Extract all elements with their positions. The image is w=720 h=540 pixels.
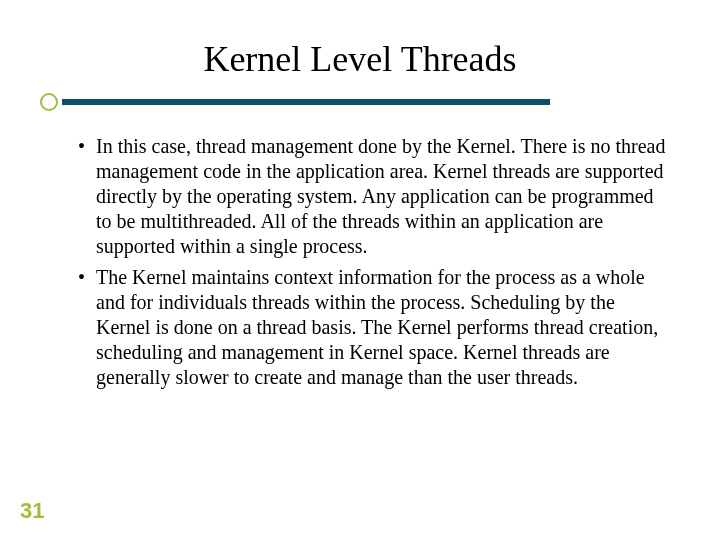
title-underline: [40, 92, 680, 112]
bullet-circle-icon: [40, 93, 58, 111]
page-number: 31: [20, 498, 44, 524]
list-item: In this case, thread management done by …: [78, 134, 670, 259]
list-item: The Kernel maintains context information…: [78, 265, 670, 390]
slide-title: Kernel Level Threads: [40, 40, 680, 80]
title-area: Kernel Level Threads: [0, 0, 720, 80]
body-area: In this case, thread management done by …: [0, 112, 720, 390]
underline-bar: [62, 99, 550, 105]
slide: Kernel Level Threads In this case, threa…: [0, 0, 720, 540]
bullet-list: In this case, thread management done by …: [78, 134, 670, 390]
